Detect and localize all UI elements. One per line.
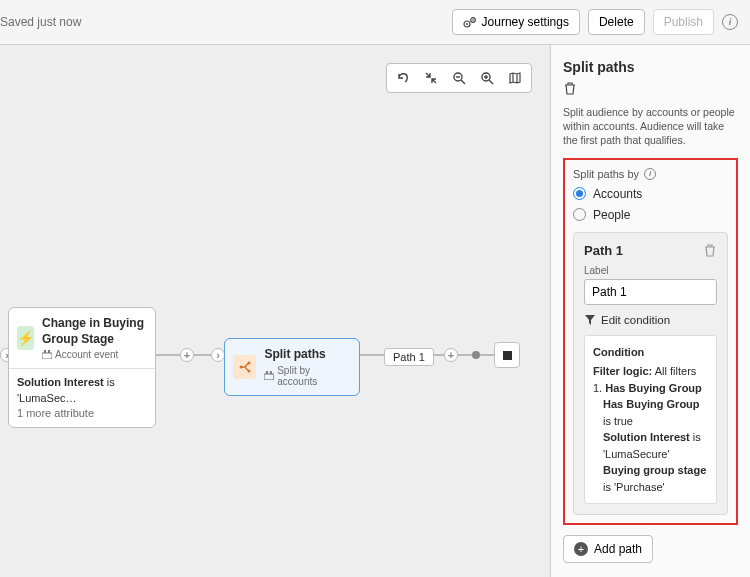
- svg-rect-18: [266, 371, 268, 374]
- trash-icon: [563, 81, 577, 95]
- svg-point-3: [472, 19, 474, 21]
- node-subtitle: Account event: [42, 349, 147, 360]
- split-icon: [233, 355, 256, 379]
- undo-icon[interactable]: [389, 68, 417, 88]
- edge: [458, 354, 472, 356]
- add-node-icon[interactable]: +: [444, 348, 458, 362]
- label-caption: Label: [584, 265, 717, 276]
- trash-icon: [703, 243, 717, 257]
- radio-people[interactable]: People: [573, 208, 728, 222]
- svg-rect-19: [270, 371, 272, 374]
- connector-dot-icon: [472, 351, 480, 359]
- collapse-icon[interactable]: [417, 68, 445, 88]
- split-by-label: Split paths by i: [573, 168, 728, 180]
- svg-point-1: [466, 23, 468, 25]
- node-body: Solution Interest is 'LumaSec… 1 more at…: [9, 368, 155, 427]
- info-icon[interactable]: i: [722, 14, 738, 30]
- svg-rect-12: [44, 350, 46, 353]
- canvas-toolbar: [386, 63, 532, 93]
- add-path-button[interactable]: + Add path: [563, 535, 653, 563]
- highlighted-section: Split paths by i Accounts People Path 1 …: [563, 158, 738, 526]
- lightning-icon: ⚡: [17, 326, 34, 350]
- connector-icon[interactable]: ›: [211, 348, 225, 362]
- edge: [156, 354, 180, 356]
- node-split-paths[interactable]: Split paths Split by accounts: [224, 338, 360, 396]
- delete-button[interactable]: Delete: [588, 9, 645, 35]
- path-card: Path 1 Label Edit condition Condition Fi…: [573, 232, 728, 516]
- journey-settings-button[interactable]: Journey settings: [452, 9, 580, 35]
- panel-title: Split paths: [563, 59, 738, 75]
- add-node-icon[interactable]: +: [180, 348, 194, 362]
- node-title: Split paths: [264, 347, 351, 363]
- map-icon[interactable]: [501, 68, 529, 88]
- svg-line-8: [489, 80, 493, 84]
- topbar-actions: Journey settings Delete Publish i: [452, 9, 738, 35]
- path-title: Path 1: [584, 243, 623, 258]
- condition-summary: Condition Filter logic: All filters 1. H…: [584, 335, 717, 505]
- properties-panel: Split paths Split audience by accounts o…: [550, 45, 750, 577]
- radio-accounts[interactable]: Accounts: [573, 187, 728, 201]
- filter-icon: [584, 314, 596, 326]
- radio-icon: [573, 208, 586, 221]
- radio-icon: [573, 187, 586, 200]
- svg-rect-11: [42, 353, 52, 359]
- journey-canvas[interactable]: › + › + ⚡ Change in Buying Group Stage A…: [0, 45, 550, 577]
- delete-path-button[interactable]: [703, 243, 717, 257]
- path-label-input[interactable]: [584, 279, 717, 305]
- end-node[interactable]: [494, 342, 520, 368]
- svg-rect-17: [264, 374, 274, 380]
- node-subtitle: Split by accounts: [264, 365, 351, 387]
- plus-icon: +: [574, 542, 588, 556]
- top-bar: Saved just now Journey settings Delete P…: [0, 0, 750, 45]
- delete-node-button[interactable]: [563, 81, 738, 95]
- node-title: Change in Buying Group Stage: [42, 316, 147, 347]
- panel-description: Split audience by accounts or people wit…: [563, 105, 738, 148]
- path-label-badge[interactable]: Path 1: [384, 348, 434, 366]
- zoom-in-icon[interactable]: [473, 68, 501, 88]
- edge: [194, 354, 212, 356]
- info-icon[interactable]: i: [644, 168, 656, 180]
- gears-icon: [463, 16, 477, 28]
- publish-button[interactable]: Publish: [653, 9, 714, 35]
- edge: [480, 354, 494, 356]
- zoom-out-icon[interactable]: [445, 68, 473, 88]
- svg-rect-13: [48, 350, 50, 353]
- svg-line-5: [461, 80, 465, 84]
- saved-status: Saved just now: [0, 15, 81, 29]
- edge: [360, 354, 384, 356]
- node-change-buying-group[interactable]: ⚡ Change in Buying Group Stage Account e…: [8, 307, 156, 428]
- edit-condition-button[interactable]: Edit condition: [584, 314, 717, 326]
